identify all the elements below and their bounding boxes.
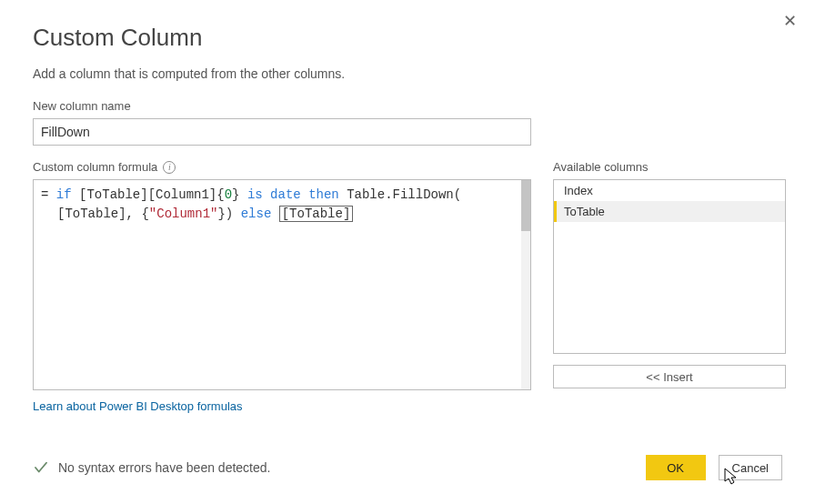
tok-bracket-1: [ToTable][Column1]{ [79, 187, 225, 202]
tok-arg2: }) [217, 207, 233, 221]
tok-equals: = [41, 187, 48, 202]
insert-button[interactable]: << Insert [553, 365, 786, 388]
formula-scroll-thumb[interactable] [521, 180, 530, 231]
new-column-name-input[interactable] [33, 118, 531, 146]
page-title: Custom Column [33, 24, 782, 52]
learn-link[interactable]: Learn about Power BI Desktop formulas [33, 399, 531, 413]
info-icon[interactable]: i [163, 161, 176, 174]
cancel-button[interactable]: Cancel [719, 455, 782, 480]
tok-else: else [241, 207, 272, 221]
available-columns-list: Index ToTable [553, 179, 786, 354]
available-columns-label: Available columns [553, 160, 786, 174]
tok-bracket-2: } [232, 187, 239, 202]
tok-totable: ToTable [289, 207, 343, 221]
page-subtitle: Add a column that is computed from the o… [33, 66, 782, 81]
status-text: No syntax errors have been detected. [58, 460, 270, 475]
close-icon[interactable]: ✕ [778, 7, 802, 35]
tok-date: date [270, 187, 301, 202]
tok-selection: [ToTable] [279, 206, 354, 222]
new-column-name-label: New column name [33, 99, 782, 113]
formula-line-1: = if [ToTable][Column1]{0} is date then … [41, 186, 523, 205]
tok-fn: Table.FillDown( [347, 187, 461, 202]
available-item-totable[interactable]: ToTable [554, 201, 785, 222]
tok-arg1: [ToTable], { [57, 207, 149, 221]
tok-is: is [247, 187, 263, 202]
tok-string: "Column1" [149, 207, 218, 221]
tok-open-br: [ [282, 207, 289, 221]
formula-line-2: [ToTable], {"Column1"}) else [ToTable] [41, 205, 523, 224]
formula-scrollbar[interactable] [521, 180, 530, 389]
available-item-index[interactable]: Index [554, 180, 785, 201]
custom-column-dialog: ✕ Custom Column Add a column that is com… [0, 0, 815, 504]
formula-label: Custom column formula [33, 160, 157, 174]
check-icon [33, 459, 49, 476]
tok-close-br: ] [343, 207, 350, 221]
formula-editor[interactable]: = if [ToTable][Column1]{0} is date then … [33, 179, 531, 390]
tok-if: if [56, 187, 72, 202]
ok-button[interactable]: OK [646, 455, 706, 480]
tok-then: then [308, 187, 339, 202]
status-bar: No syntax errors have been detected. [33, 459, 270, 476]
tok-zero: 0 [225, 187, 232, 202]
